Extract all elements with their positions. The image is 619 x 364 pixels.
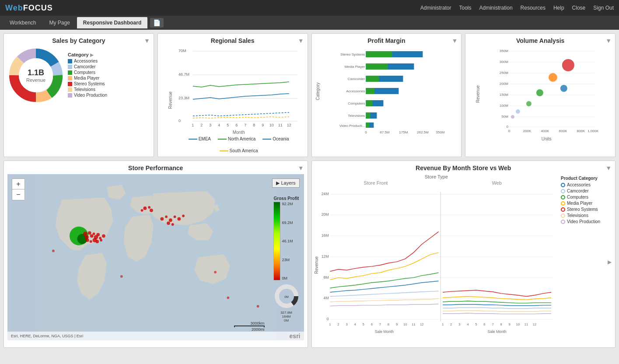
nav-administrator[interactable]: Administrator bbox=[420, 5, 451, 11]
zoom-in-button[interactable]: + bbox=[12, 179, 24, 189]
legend-expand-arrow[interactable]: ▶ bbox=[608, 259, 612, 265]
revenue-menu[interactable]: ▼ bbox=[605, 164, 612, 172]
svg-point-94 bbox=[143, 206, 147, 210]
svg-text:350M: 350M bbox=[500, 49, 508, 53]
nav-administration[interactable]: Administration bbox=[479, 5, 513, 11]
sales-content: 1.1B Revenue Category ▶ Accessories bbox=[7, 47, 150, 104]
revenue-y-label: Revenue bbox=[314, 256, 318, 274]
legend-mediaplayer: Media Player bbox=[68, 76, 107, 80]
svg-rect-30 bbox=[366, 51, 392, 57]
nav-help[interactable]: Help bbox=[553, 5, 564, 11]
legend-televisions: Televisions bbox=[68, 87, 107, 92]
svg-text:3: 3 bbox=[458, 322, 460, 326]
oceania-legend: Oceania bbox=[262, 136, 289, 141]
svg-point-68 bbox=[526, 101, 532, 106]
svg-text:0: 0 bbox=[507, 125, 509, 129]
svg-rect-36 bbox=[366, 88, 374, 94]
svg-text:150M: 150M bbox=[500, 93, 508, 97]
svg-text:800K: 800K bbox=[577, 129, 585, 133]
layers-button[interactable]: ▶ Layers bbox=[272, 178, 299, 188]
profit-title: Profit Margin bbox=[315, 37, 458, 44]
svg-text:Stereo Systems: Stereo Systems bbox=[340, 52, 364, 56]
svg-point-101 bbox=[174, 216, 176, 218]
app-logo: WebFOCUS bbox=[5, 4, 53, 13]
logo-focus: FOCUS bbox=[23, 4, 53, 12]
regional-menu[interactable]: ▼ bbox=[298, 37, 304, 44]
tab-bar: Workbench My Page Responsive Dashboard 📄 bbox=[0, 16, 619, 30]
svg-text:4: 4 bbox=[218, 123, 220, 127]
svg-rect-42 bbox=[366, 122, 369, 128]
nav-signout[interactable]: Sign Out bbox=[593, 5, 614, 11]
store-menu[interactable]: ▼ bbox=[298, 164, 304, 172]
volume-svg: 350M 300M 250M 200M 150M 100M 50M 0 bbox=[481, 47, 612, 134]
mediaplayer-dot bbox=[68, 76, 72, 80]
svg-text:Computers: Computers bbox=[348, 102, 365, 105]
svg-text:87.5M: 87.5M bbox=[380, 130, 390, 134]
legend-camcorder: Camcorder bbox=[68, 64, 107, 69]
svg-point-109 bbox=[227, 297, 229, 299]
sales-panel-menu[interactable]: ▼ bbox=[144, 37, 150, 44]
gross-profit-legend: Gross Profit 92.2M 69.2M 46.1M 23M 0M bbox=[273, 196, 300, 322]
tab-add-button[interactable]: 📄 bbox=[150, 18, 164, 28]
rev-stereo-icon bbox=[561, 207, 565, 212]
facet-headers: Store Front Web bbox=[315, 180, 558, 186]
tab-workbench[interactable]: Workbench bbox=[3, 17, 42, 28]
revenue-title: Revenue By Month Store vs Web bbox=[315, 164, 612, 172]
svg-text:300M: 300M bbox=[500, 60, 508, 64]
svg-point-89 bbox=[90, 240, 92, 243]
svg-text:0: 0 bbox=[178, 119, 181, 123]
legend-computers: Computers bbox=[68, 70, 107, 75]
accessories-dot bbox=[68, 59, 72, 63]
svg-point-107 bbox=[120, 275, 123, 278]
legend-accessories: Accessories bbox=[68, 59, 107, 63]
tab-mypage[interactable]: My Page bbox=[43, 17, 76, 28]
videoproduction-dot bbox=[68, 93, 72, 98]
volume-y-label: Revenue bbox=[476, 85, 480, 103]
dashboard: Sales by Category ▼ bbox=[0, 30, 619, 351]
nav-tools[interactable]: Tools bbox=[459, 5, 472, 11]
svg-text:8: 8 bbox=[500, 322, 502, 326]
svg-text:7: 7 bbox=[492, 322, 493, 326]
profit-menu[interactable]: ▼ bbox=[451, 37, 458, 44]
regional-y-label: Revenue bbox=[168, 91, 172, 108]
svg-point-99 bbox=[165, 216, 168, 218]
svg-text:11: 11 bbox=[278, 123, 283, 127]
rev-accessories: Accessories bbox=[561, 182, 610, 187]
zoom-out-button[interactable]: − bbox=[12, 189, 24, 200]
svg-point-81 bbox=[88, 231, 91, 235]
volume-menu[interactable]: ▼ bbox=[605, 37, 612, 44]
svg-text:4: 4 bbox=[467, 322, 469, 326]
legend-expand[interactable]: ▶ bbox=[90, 52, 94, 57]
rev-mediaplayer: Media Player bbox=[561, 201, 610, 206]
svg-text:11: 11 bbox=[412, 322, 415, 326]
svg-point-86 bbox=[96, 233, 100, 236]
regional-legend: EMEA North America Oceania South America bbox=[174, 136, 304, 153]
svg-point-65 bbox=[549, 73, 557, 82]
svg-text:4M: 4M bbox=[323, 296, 329, 300]
nav-links: Administrator Tools Administration Resou… bbox=[420, 5, 614, 11]
sales-panel-title: Sales by Category bbox=[7, 37, 150, 44]
revenue-legend: Product Category Accessories Camcorder C… bbox=[561, 176, 610, 224]
svg-point-93 bbox=[102, 234, 105, 238]
svg-text:1,000K: 1,000K bbox=[588, 129, 599, 133]
gp-max: 92.2M bbox=[282, 202, 293, 206]
nav-resources[interactable]: Resources bbox=[521, 5, 546, 11]
svg-point-103 bbox=[182, 215, 185, 217]
svg-rect-40 bbox=[366, 112, 370, 119]
map-zoom-controls: + − bbox=[12, 178, 25, 200]
facet2-label: Web bbox=[436, 180, 557, 186]
stereo-dot bbox=[68, 82, 72, 86]
svg-text:16M: 16M bbox=[321, 233, 329, 238]
svg-text:0M: 0M bbox=[284, 295, 289, 298]
nav-close[interactable]: Close bbox=[572, 5, 586, 11]
logo-web: Web bbox=[5, 4, 23, 12]
regional-sales-panel: Regional Sales ▼ Revenue 70M 46.7M 23.3M… bbox=[157, 33, 308, 157]
map-panel: + − ▶ Layers Gross Profit 92.2M 69.2M bbox=[7, 174, 304, 340]
tab-responsive-dashboard[interactable]: Responsive Dashboard bbox=[77, 17, 147, 28]
gp-bar-container: 92.2M 69.2M 46.1M 23M 0M bbox=[273, 202, 300, 280]
profit-margin-panel: Profit Margin ▼ Category Stereo Systems … bbox=[311, 33, 462, 157]
gp-donut-container: 0M 327.8M 164M 0M bbox=[273, 284, 300, 322]
svg-text:10: 10 bbox=[269, 123, 274, 127]
svg-text:12: 12 bbox=[420, 322, 423, 326]
scale-bar: 3000km 2000mi bbox=[234, 321, 265, 332]
